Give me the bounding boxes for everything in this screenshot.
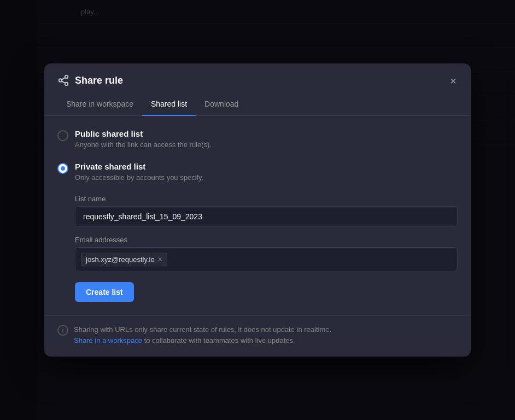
email-tag-0: josh.xyz@requestly.io × <box>81 253 167 266</box>
private-description: Only accessible by accounts you specify. <box>75 173 458 182</box>
private-label: Private shared list Only accessible by a… <box>75 162 458 182</box>
email-tag-value: josh.xyz@requestly.io <box>86 255 155 264</box>
footer-text: Sharing with URLs only share current sta… <box>74 324 331 346</box>
email-tag-close-0[interactable]: × <box>158 255 162 263</box>
email-input-container[interactable]: josh.xyz@requestly.io × <box>75 247 458 271</box>
public-label: Public shared list Anyone with the link … <box>75 129 458 149</box>
share-icon <box>57 74 69 86</box>
footer-info-text: Sharing with URLs only share current sta… <box>74 325 331 334</box>
list-name-label: List name <box>75 195 458 203</box>
svg-line-4 <box>62 78 65 80</box>
modal-wrapper: Share rule × Share in workspace Shared l… <box>0 0 515 420</box>
public-description: Anyone with the link can access the rule… <box>75 141 458 149</box>
svg-line-3 <box>62 81 65 83</box>
private-title: Private shared list <box>75 162 458 171</box>
close-button[interactable]: × <box>444 72 462 90</box>
public-radio[interactable] <box>57 130 68 141</box>
tab-download[interactable]: Download <box>196 93 247 116</box>
list-name-input[interactable] <box>75 206 458 227</box>
workspace-link[interactable]: Share in a workspace <box>74 336 142 345</box>
public-title: Public shared list <box>75 129 458 138</box>
tabs-container: Share in workspace Shared list Download <box>44 93 471 116</box>
modal-footer: i Sharing with URLs only share current s… <box>44 315 471 357</box>
private-form: List name Email addresses josh.xyz@reque… <box>75 195 458 302</box>
public-option[interactable]: Public shared list Anyone with the link … <box>57 129 458 149</box>
private-radio[interactable] <box>57 163 68 174</box>
tab-workspace[interactable]: Share in workspace <box>57 93 142 116</box>
modal-title: Share rule <box>75 75 123 86</box>
info-icon: i <box>57 325 68 336</box>
email-label: Email addresses <box>75 236 458 244</box>
create-list-button[interactable]: Create list <box>75 282 134 302</box>
footer-after-link: to collaborate with teammates with live … <box>142 336 295 345</box>
tab-shared-list[interactable]: Shared list <box>142 93 196 116</box>
private-option[interactable]: Private shared list Only accessible by a… <box>57 162 458 182</box>
modal-body: Public shared list Anyone with the link … <box>44 116 471 315</box>
modal-header: Share rule <box>44 63 471 86</box>
share-rule-modal: Share rule × Share in workspace Shared l… <box>44 63 471 357</box>
